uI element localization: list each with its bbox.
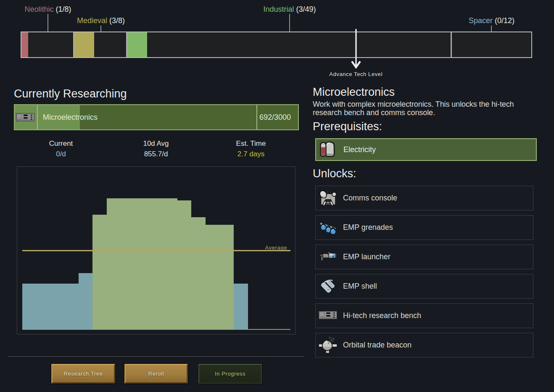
stat-label: 10d Avg <box>143 139 169 149</box>
unlock-label: EMP grenades <box>343 216 393 239</box>
emp-grenades-icon <box>319 218 337 238</box>
stat-value: 2.7 days <box>236 149 266 159</box>
unlock-item[interactable]: Orbital trade beacon <box>315 333 533 358</box>
unlock-item[interactable]: EMP shell <box>315 274 533 299</box>
project-title: Microelectronics <box>313 86 395 99</box>
tech-progress-fill-neolithic <box>21 32 28 57</box>
tech-level-label-spacer: Spacer (0/12) <box>469 16 514 25</box>
unlock-label: Comms console <box>343 186 397 210</box>
stat-value: 0/d <box>49 149 73 159</box>
prerequisite-label: Electricity <box>343 139 376 160</box>
research-window: Neolithic (1/8)Medieval (3/8)Industrial … <box>0 0 554 392</box>
stat-est-time: Est. Time2.7 days <box>236 139 266 159</box>
chart-bar <box>191 217 206 329</box>
footer-divider <box>8 356 304 357</box>
tech-level-bar <box>21 32 532 58</box>
tech-level-label-industrial: Industrial (3/49) <box>263 5 316 14</box>
tech-level-name: Industrial <box>263 5 294 13</box>
unlock-item[interactable]: EMP launcher <box>315 245 533 269</box>
unlocks-heading: Unlocks: <box>313 167 356 180</box>
tech-progress-fill-medieval <box>74 32 94 57</box>
unlock-item[interactable]: Comms console <box>315 186 533 210</box>
research-rate-chart: Average <box>17 166 295 334</box>
chart-bar <box>206 225 234 329</box>
average-label: Average <box>265 245 287 251</box>
research-bench-icon <box>16 113 34 123</box>
tech-level-name: Neolithic <box>24 5 53 13</box>
progress-icon-divider <box>37 105 38 129</box>
progress-count: 692/3000 <box>259 105 291 129</box>
research-bench-icon <box>319 306 337 326</box>
project-name: Microelectronics <box>43 105 98 129</box>
comms-console-icon <box>319 188 337 208</box>
tech-section-divider <box>451 32 452 57</box>
advance-tech-label: Advance Tech Level <box>329 71 383 77</box>
chart-bar <box>92 215 107 329</box>
prerequisite-item[interactable]: Electricity <box>315 138 537 161</box>
tech-progress-fill-industrial <box>127 32 147 57</box>
unlock-label: EMP launcher <box>343 245 390 269</box>
battery-icon <box>319 140 337 159</box>
emp-launcher-icon <box>319 247 337 267</box>
tech-level-count: (1/8) <box>56 5 71 13</box>
chart-bar <box>107 198 177 329</box>
unlock-label: Orbital trade beacon <box>343 333 412 357</box>
tech-level-tick <box>491 26 492 32</box>
project-description: Work with complex microelectronics. This… <box>313 100 527 117</box>
emp-shell-icon <box>319 276 337 297</box>
in-progress-button[interactable]: In Progress <box>198 364 262 384</box>
research-progress-bar[interactable]: Microelectronics 692/3000 <box>14 104 299 130</box>
orbital-beacon-icon <box>319 335 337 355</box>
unlock-label: EMP shell <box>343 274 377 298</box>
tech-level-tick <box>100 26 101 32</box>
tech-level-tick <box>47 14 48 32</box>
tech-level-label-neolithic: Neolithic (1/8) <box>24 5 71 14</box>
research-tree-button[interactable]: Research Tree <box>51 364 115 384</box>
unlock-label: Hi-tech research bench <box>343 304 421 328</box>
tech-level-count: (0/12) <box>495 16 514 25</box>
chart-bar <box>234 284 248 329</box>
stat-10d-avg: 10d Avg855.7/d <box>143 139 169 159</box>
reroll-button[interactable]: Reroll <box>124 364 188 384</box>
stat-label: Current <box>49 139 73 149</box>
stat-value: 855.7/d <box>143 149 169 159</box>
prerequisites-heading: Prerequisites: <box>313 120 382 133</box>
stat-current: Current0/d <box>49 139 73 159</box>
currently-researching-title: Currently Researching <box>14 87 127 100</box>
chart-bar <box>22 284 79 329</box>
tech-level-label-medieval: Medieval (3/8) <box>77 16 125 25</box>
tech-level-count: (3/8) <box>109 16 125 25</box>
tech-level-count: (3/49) <box>296 5 316 13</box>
chart-bar <box>79 273 93 329</box>
tech-level-name: Medieval <box>77 16 107 25</box>
advance-tech-arrow-icon <box>349 28 363 70</box>
stat-label: Est. Time <box>236 139 266 149</box>
progress-count-divider <box>256 105 257 129</box>
average-line <box>22 250 290 251</box>
unlock-item[interactable]: Hi-tech research bench <box>315 303 533 328</box>
unlock-item[interactable]: EMP grenades <box>315 215 533 240</box>
tech-level-tick <box>289 14 290 32</box>
tech-level-name: Spacer <box>469 16 493 25</box>
chart-bar <box>177 200 192 329</box>
